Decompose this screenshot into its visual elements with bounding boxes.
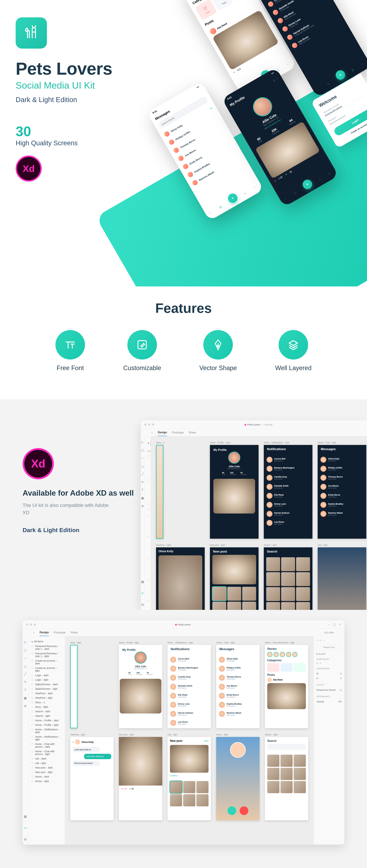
artboard-newpost-dark[interactable]: New post [210, 547, 259, 610]
zoom-tool-icon[interactable]: ⊕ [141, 504, 144, 508]
nav-chat-icon[interactable]: ⊟ [293, 190, 299, 196]
canvas[interactable]: Story – lightHome – Profile – lightMy Pr… [65, 636, 313, 844]
assets-icon[interactable]: ▦ [24, 815, 27, 818]
align-icons[interactable]: ▫ ▫ ▫ | ▫ ▫ ▫ [316, 639, 342, 642]
artboard-viewpost-dark[interactable]: Olivia Kelly [156, 547, 205, 610]
artboard-item[interactable]: Password Recovery – step 1 – dark [147, 556, 151, 577]
artboard-item[interactable]: ViewPost – dark [31, 691, 62, 695]
artboard-chat-light[interactable]: MessagesOlivia Kellylorem ipsumPhillips … [216, 645, 260, 728]
layers-icon[interactable]: ≡ [141, 591, 144, 595]
responsive-toggle[interactable]: Responsive Resize [316, 689, 336, 691]
artboard-item[interactable]: Home – Chat with person – dark [31, 742, 62, 749]
repeat-grid-button[interactable]: Repeat Grid [316, 645, 342, 650]
artboard-search-light[interactable]: Search [265, 737, 308, 820]
artboard-item[interactable]: Search – dark [31, 709, 62, 714]
artboard-call-light[interactable] [216, 737, 260, 820]
artboard-home-light[interactable]: StoriesCategoriesPostsElla Reed [265, 645, 308, 728]
tab-prototype[interactable]: Prototype [54, 631, 65, 634]
select-tool-icon[interactable]: ▷ [24, 641, 27, 644]
artboard-item[interactable]: Login – dark [31, 673, 62, 678]
text-tool-icon[interactable]: T [141, 488, 144, 492]
traffic-light-max[interactable] [34, 623, 36, 626]
traffic-light-min[interactable] [30, 623, 32, 626]
mini-contact-row[interactable]: Phillips Griffinlorem ipsum [219, 664, 257, 673]
win-max-icon[interactable]: ▢ [333, 623, 336, 626]
mini-contact-row[interactable]: Harriet Sullivanlorem ipsum [170, 709, 208, 718]
artboard-item[interactable]: call – light [31, 761, 62, 766]
zoom-level[interactable]: 412.44% [324, 631, 334, 634]
mini-contact-row[interactable]: Danielle Smithlorem ipsum [266, 482, 310, 491]
polygon-tool-icon[interactable]: △ [24, 664, 27, 668]
artboard-item[interactable]: Available for Adobe XD as well – 1 [147, 478, 151, 502]
mini-contact-row[interactable]: Thomas Burnslorem ipsum [219, 673, 257, 682]
mini-contact-row[interactable]: Lea Dixonlorem ipsum [266, 518, 310, 527]
artboard-chat-dark[interactable]: MessagesOlivia Kellylorem ipsumPhillips … [318, 445, 366, 539]
mini-contact-row[interactable]: Aurora Belllorem ipsum [170, 655, 208, 664]
artboard-item[interactable]: Home – Notifications – dark [31, 727, 62, 735]
artboard-profile-dark[interactable]: My ProfileAllie ColeSan Francisco, CA80P… [210, 445, 259, 539]
artboard-item[interactable]: Home – Profile – light [31, 723, 62, 727]
layers-icon[interactable]: ≡ [24, 826, 27, 830]
opacity-value[interactable]: 0% [338, 700, 342, 703]
mini-contact-row[interactable]: Emmy Lanelorem ipsum [266, 500, 310, 509]
artboard-chat-person-light[interactable]: ‹Olivia KellyLorem ipsum dolor sitConsec… [70, 737, 114, 820]
mini-contact-row[interactable]: Ramirez Walshlorem ipsum [219, 709, 257, 718]
win-min-icon[interactable]: – [328, 623, 330, 626]
mini-contact-row[interactable]: Ava Moorelorem ipsum [320, 482, 364, 491]
artboard-item[interactable]: Home – dark [31, 774, 62, 779]
artboard-newpost-light[interactable]: New postNextCamera [168, 737, 211, 820]
mini-contact-row[interactable]: Emmy Lanelorem ipsum [170, 700, 208, 709]
mini-contact-row[interactable]: Aurora Belllorem ipsum [266, 455, 310, 464]
artboard-item[interactable]: Password Recovery – step 2 – dark [147, 535, 151, 556]
nav-bell-icon[interactable]: △ [243, 190, 249, 196]
mini-contact-row[interactable]: Olivia Kellylorem ipsum [320, 455, 364, 464]
traffic-light-max[interactable] [152, 424, 154, 426]
artboard-item[interactable]: New post – dark [31, 766, 62, 770]
mini-contact-row[interactable]: Danielle Smithlorem ipsum [170, 682, 208, 691]
mini-contact-row[interactable]: Ella Reedlorem ipsum [266, 491, 310, 500]
nav-home-icon[interactable]: ⌂ [209, 210, 215, 216]
traffic-light-min[interactable] [148, 424, 150, 426]
mini-contact-row[interactable]: Thomas Burnslorem ipsum [320, 473, 364, 482]
artboard-item[interactable]: Home – Notifications – light [31, 735, 62, 742]
artboard-tool-icon[interactable]: ▣ [24, 696, 27, 700]
artboard-item[interactable]: Home – light [31, 779, 62, 783]
artboard-story[interactable] [156, 445, 163, 539]
artboard-story-light[interactable] [70, 645, 78, 728]
tab-prototype[interactable]: Prototype [172, 431, 184, 434]
nav-home-icon[interactable]: ⌂ [283, 196, 289, 202]
nav-profile-icon[interactable]: ○ [253, 184, 259, 190]
artboard-item[interactable]: SplashScreen – light [31, 687, 62, 691]
artboard-item[interactable]: Create an account – light [31, 666, 62, 673]
ellipse-tool-icon[interactable]: ○ [141, 456, 144, 460]
artboard-item[interactable]: Home – Chat with person – light [31, 749, 62, 756]
mini-contact-row[interactable]: Barbara Washingtonlorem ipsum [170, 664, 208, 673]
artboard-item[interactable]: SplashScreen – dark [31, 682, 62, 687]
artboard-item[interactable]: Create an account – dark [31, 658, 62, 666]
artboard-viewpost-light[interactable]: ♥ 1.2K↗ 36 [119, 737, 162, 820]
traffic-light-close[interactable] [144, 424, 146, 426]
nav-profile-icon[interactable]: ○ [361, 61, 366, 67]
artboard-item[interactable]: Features [147, 502, 151, 506]
pen-tool-icon[interactable]: ✎ [24, 680, 27, 684]
mini-contact-row[interactable]: Lea Dixonlorem ipsum [170, 718, 208, 727]
artboard-item[interactable]: Password Recovery – step 1 – light [31, 651, 62, 658]
mini-contact-row[interactable]: Emily Burnslorem ipsum [320, 491, 364, 500]
tab-design[interactable]: Design [39, 631, 49, 636]
artboard-search-dark[interactable]: Search [264, 547, 312, 610]
mini-contact-row[interactable]: Ramirez Walshlorem ipsum [320, 509, 364, 518]
win-close-icon[interactable]: × [339, 623, 341, 626]
select-tool-icon[interactable]: ▷ [141, 440, 144, 444]
plugins-icon[interactable]: ⊞ [141, 603, 144, 607]
nav-chat-icon[interactable]: ⊟ [219, 204, 224, 210]
artboard-item[interactable]: Password Recovery – step 1 – light [147, 577, 151, 598]
artboard-item[interactable]: Story – 1 [31, 700, 62, 705]
mini-contact-row[interactable]: Barbara Washingtonlorem ipsum [266, 464, 310, 473]
traffic-light-close[interactable] [26, 623, 28, 626]
assets-icon[interactable]: ▦ [141, 580, 144, 584]
home-icon[interactable]: ⌂ [33, 631, 35, 634]
artboard-item[interactable]: Home – Profile – dark [31, 718, 62, 723]
mini-contact-row[interactable]: Emily Burnslorem ipsum [219, 691, 257, 700]
artboard-profile-light[interactable]: My ProfileAllie ColeSan Francisco, CA80P… [119, 645, 162, 728]
artboard-item[interactable]: Search – light [31, 714, 62, 718]
